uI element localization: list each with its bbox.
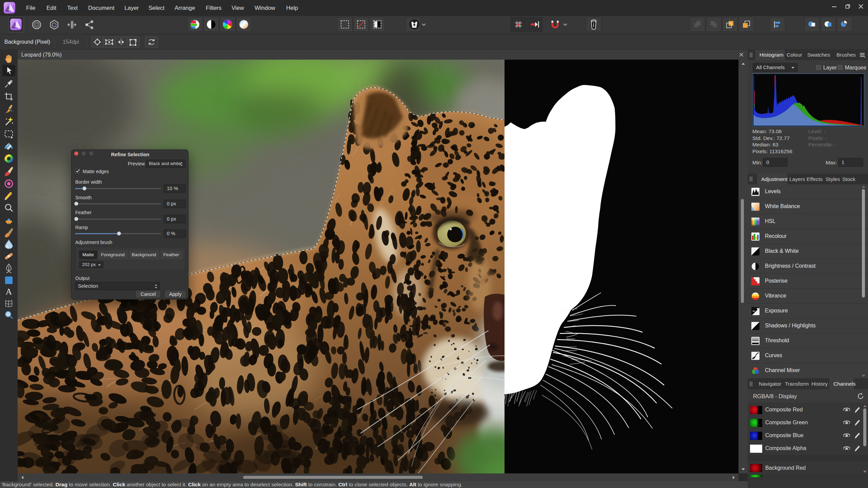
- svg-text:A: A: [6, 287, 12, 297]
